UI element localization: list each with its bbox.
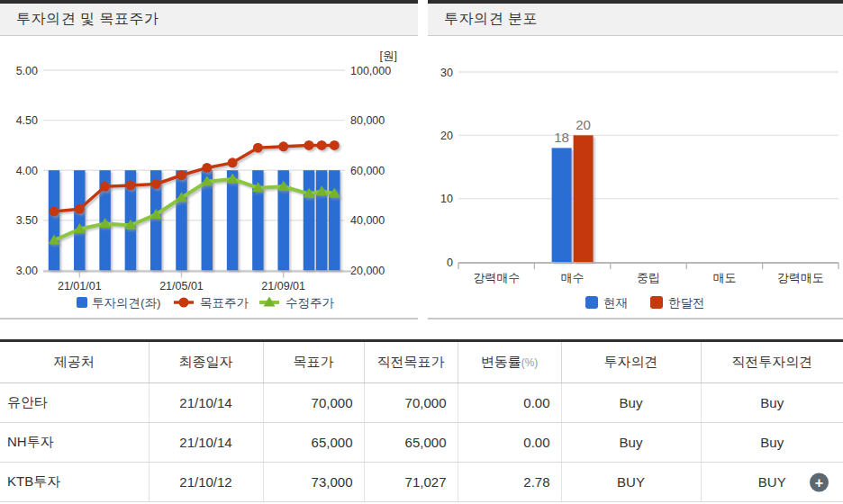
col-header-provider: 제공처 bbox=[0, 341, 149, 383]
svg-text:4.00: 4.00 bbox=[16, 165, 38, 177]
adjusted-price-line bbox=[49, 173, 340, 244]
col-header-prev-target-price: 직전목표가 bbox=[364, 341, 458, 383]
opinion-distribution-panel-title: 투자의견 분포 bbox=[444, 10, 538, 29]
cell-change-rate: 2.78 bbox=[458, 463, 561, 502]
svg-text:강력매수: 강력매수 bbox=[473, 271, 520, 284]
svg-text:100,000: 100,000 bbox=[350, 65, 391, 77]
svg-text:20: 20 bbox=[440, 130, 453, 142]
col-header-label: 투자의견 bbox=[604, 354, 658, 369]
target-price-panel-header: 투자의견 및 목표주가 bbox=[0, 4, 418, 36]
target-price-panel-title: 투자의견 및 목표주가 bbox=[16, 10, 159, 29]
cell-opinion: Buy bbox=[561, 383, 701, 423]
cell-prev-opinion: BUY + bbox=[701, 463, 843, 502]
svg-text:투자의견(좌): 투자의견(좌) bbox=[92, 296, 161, 310]
svg-text:60,000: 60,000 bbox=[350, 165, 385, 177]
distribution-chart-legend: 현재한달전 bbox=[585, 296, 705, 310]
combo-chart-legend: 투자의견(좌)목표주가수정주가 bbox=[77, 296, 335, 310]
cell-target-price: 70,000 bbox=[263, 383, 364, 423]
svg-text:매수: 매수 bbox=[561, 271, 585, 284]
distribution-chart-svg: 3020100강력매수매수중립매도강력매도1820현재한달전 bbox=[428, 36, 843, 318]
col-header-date: 최종일자 bbox=[149, 341, 263, 383]
svg-text:3.50: 3.50 bbox=[16, 214, 38, 227]
cell-opinion: BUY bbox=[561, 463, 701, 502]
svg-text:강력매도: 강력매도 bbox=[777, 271, 824, 284]
target-price-line bbox=[50, 140, 340, 217]
col-header-label: 목표가 bbox=[294, 354, 334, 369]
svg-text:목표주가: 목표주가 bbox=[200, 296, 249, 310]
svg-text:0: 0 bbox=[447, 256, 453, 269]
plus-icon: + bbox=[815, 474, 823, 490]
cell-provider: KTB투자 bbox=[0, 463, 149, 502]
cell-date: 21/10/14 bbox=[149, 383, 263, 423]
cell-prev-target-price: 70,000 bbox=[364, 383, 458, 423]
cell-prev-opinion: Buy bbox=[701, 423, 843, 463]
svg-text:21/01/01: 21/01/01 bbox=[58, 280, 102, 292]
svg-text:40,000: 40,000 bbox=[350, 214, 385, 227]
svg-text:10: 10 bbox=[440, 193, 453, 205]
svg-text:한달전: 한달전 bbox=[668, 296, 705, 310]
col-header-prev-opinion: 직전투자의견 bbox=[701, 341, 843, 383]
cell-date: 21/10/14 bbox=[149, 423, 263, 463]
col-header-label: 최종일자 bbox=[179, 354, 233, 369]
svg-text:20: 20 bbox=[576, 117, 591, 132]
cell-prev-opinion: Buy bbox=[701, 383, 843, 423]
table-row: KTB투자 21/10/12 73,000 71,027 2.78 BUY BU… bbox=[0, 463, 843, 502]
target-price-panel: 투자의견 및 목표주가 5.004.504.003.503.00100,0008… bbox=[0, 0, 418, 320]
col-header-label: 제공처 bbox=[54, 354, 95, 369]
svg-text:4.50: 4.50 bbox=[16, 114, 38, 127]
svg-text:20,000: 20,000 bbox=[350, 265, 385, 277]
svg-text:21/05/01: 21/05/01 bbox=[159, 280, 204, 292]
svg-text:18: 18 bbox=[554, 130, 569, 145]
expand-button[interactable]: + bbox=[810, 472, 829, 491]
table-row: NH투자 21/10/14 65,000 65,000 0.00 Buy Buy bbox=[0, 423, 843, 463]
cell-provider: NH투자 bbox=[0, 423, 149, 463]
cell-target-price: 73,000 bbox=[263, 463, 364, 502]
svg-text:수정주가: 수정주가 bbox=[286, 296, 335, 310]
cell-date: 21/10/12 bbox=[149, 463, 263, 502]
combo-chart-svg: 5.004.504.003.503.00100,00080,00060,0004… bbox=[0, 36, 418, 318]
cell-prev-target-price: 65,000 bbox=[364, 423, 458, 463]
opinion-distribution-panel: 투자의견 분포 3020100강력매수매수중립매도강력매도1820현재한달전 bbox=[428, 0, 843, 320]
charts-row: 투자의견 및 목표주가 5.004.504.003.503.00100,0008… bbox=[0, 0, 843, 320]
svg-text:30: 30 bbox=[440, 67, 453, 79]
svg-text:중립: 중립 bbox=[637, 271, 660, 284]
cell-change-rate: 0.00 bbox=[458, 383, 561, 423]
svg-text:21/09/01: 21/09/01 bbox=[261, 280, 305, 292]
svg-text:80,000: 80,000 bbox=[350, 114, 385, 127]
cell-prev-target-price: 71,027 bbox=[364, 463, 458, 502]
col-header-unit: (%) bbox=[521, 356, 539, 369]
svg-text:현재: 현재 bbox=[603, 296, 628, 310]
svg-text:[원]: [원] bbox=[380, 50, 397, 62]
table-row: 유안타 21/10/14 70,000 70,000 0.00 Buy Buy bbox=[0, 383, 843, 423]
col-header-label: 변동률 bbox=[481, 354, 521, 369]
cell-target-price: 65,000 bbox=[263, 423, 364, 463]
svg-text:3.00: 3.00 bbox=[16, 265, 38, 277]
opinion-distribution-chart: 3020100강력매수매수중립매도강력매도1820현재한달전 bbox=[428, 36, 843, 318]
svg-text:매도: 매도 bbox=[712, 271, 736, 284]
cell-provider: 유안타 bbox=[0, 383, 149, 423]
col-header-label: 직전투자의견 bbox=[731, 354, 812, 369]
broker-opinion-table: 제공처 최종일자 목표가 직전목표가 변동률(%) 투자의견 직전투자의견 유안… bbox=[0, 339, 843, 502]
opinion-distribution-panel-header: 투자의견 분포 bbox=[428, 4, 843, 36]
col-header-label: 직전목표가 bbox=[377, 354, 445, 369]
cell-opinion: Buy bbox=[561, 423, 701, 463]
cell-prev-opinion-text: BUY bbox=[758, 474, 786, 490]
cell-change-rate: 0.00 bbox=[458, 423, 561, 463]
table-header-row: 제공처 최종일자 목표가 직전목표가 변동률(%) 투자의견 직전투자의견 bbox=[0, 341, 843, 383]
col-header-change-rate: 변동률(%) bbox=[458, 341, 561, 383]
opinion-target-price-chart: 5.004.504.003.503.00100,00080,00060,0004… bbox=[0, 36, 418, 318]
svg-text:5.00: 5.00 bbox=[16, 65, 38, 77]
col-header-target-price: 목표가 bbox=[263, 341, 364, 383]
col-header-opinion: 투자의견 bbox=[561, 341, 701, 383]
